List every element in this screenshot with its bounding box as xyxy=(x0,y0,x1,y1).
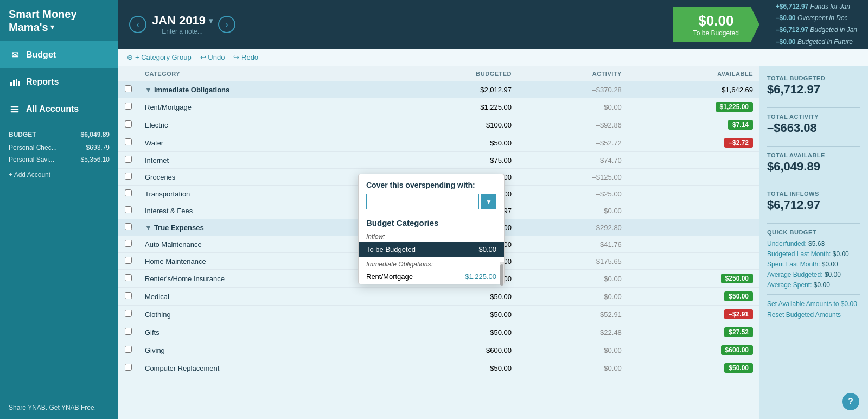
budget-section-label: BUDGET xyxy=(9,131,36,138)
cat-checkbox[interactable] xyxy=(125,310,132,317)
table-row[interactable]: Rent/Mortgage $1,225.00 $0.00 $1,225.00 xyxy=(118,98,760,116)
cat-name: Groceries xyxy=(138,169,392,186)
qb-spent-last[interactable]: Spent Last Month: $0.00 xyxy=(767,261,860,268)
reset-budgeted-action[interactable]: Reset Budgeted Amounts xyxy=(767,311,860,319)
cat-activity: –$74.70 xyxy=(518,152,628,169)
table-row[interactable]: Giving $600.00 $0.00 $600.00 xyxy=(118,341,760,359)
help-button[interactable]: ? xyxy=(842,393,859,410)
group-name-immediate: Immediate Obligations xyxy=(154,86,229,94)
cat-checkbox[interactable] xyxy=(125,173,132,180)
sidebar: Smart Money Mama's ▾ ✉ Budget Reports Al… xyxy=(0,0,118,419)
cover-rent-option[interactable]: Rent/Mortgage $1,225.00 xyxy=(359,269,504,284)
total-activity-label: TOTAL ACTIVITY xyxy=(767,113,860,120)
to-budget-box[interactable]: $0.00 To be Budgeted xyxy=(673,7,760,42)
month-text: JAN 2019 xyxy=(152,14,206,28)
group-available-true xyxy=(628,219,760,236)
cover-inflow-item[interactable]: To be Budgeted $0.00 xyxy=(359,242,504,257)
account-item-checking[interactable]: Personal Chec... $693.79 xyxy=(9,142,110,154)
cat-checkbox[interactable] xyxy=(125,292,132,299)
table-row[interactable]: Water $50.00 –$52.72 –$2.72 xyxy=(118,134,760,152)
qb-avg-spent[interactable]: Average Spent: $0.00 xyxy=(767,281,860,289)
table-row[interactable]: Computer Replacement $50.00 $0.00 $50.00 xyxy=(118,359,760,377)
cat-available xyxy=(628,202,760,219)
group-activity-true: –$292.80 xyxy=(518,219,628,236)
month-nav: ‹ JAN 2019 ▾ Enter a note... › xyxy=(129,14,235,35)
cat-checkbox[interactable] xyxy=(125,156,132,163)
cover-inflow-amount: $0.00 xyxy=(478,245,496,253)
share-promo-text: Share YNAB. Get YNAB Free. xyxy=(9,404,96,411)
set-available-action[interactable]: Set Available Amounts to $0.00 xyxy=(767,300,860,308)
account-item-savings[interactable]: Personal Savi... $5,356.10 xyxy=(9,154,110,166)
cat-budgeted: $600.00 xyxy=(392,341,518,359)
cat-checkbox[interactable] xyxy=(125,120,132,128)
account-savings-name: Personal Savi... xyxy=(9,156,54,163)
table-row[interactable]: Medical $50.00 $0.00 $50.00 xyxy=(118,288,760,306)
svg-rect-6 xyxy=(11,111,18,113)
qb-budgeted-last[interactable]: Budgeted Last Month: $0.00 xyxy=(767,250,860,258)
app-title-dropdown[interactable]: ▾ xyxy=(50,23,54,31)
cat-budgeted: $50.00 xyxy=(392,359,518,377)
total-budgeted-value: $6,712.97 xyxy=(767,82,860,97)
group-row-immediate[interactable]: ▼Immediate Obligations $2,012.97 –$370.2… xyxy=(118,81,760,98)
cat-available xyxy=(628,152,760,169)
to-budget-amount: $0.00 xyxy=(684,12,749,29)
group-checkbox-immediate[interactable] xyxy=(125,85,132,92)
col-available: AVAILABLE xyxy=(628,66,760,81)
cat-checkbox[interactable] xyxy=(125,103,132,110)
cat-checkbox[interactable] xyxy=(125,257,132,264)
add-account-button[interactable]: + Add Account xyxy=(9,171,110,179)
summary-line-2: –$0.00 Overspent in Dec xyxy=(776,12,857,24)
cat-activity: $0.00 xyxy=(518,341,628,359)
table-row[interactable]: Electric $100.00 –$92.86 $7.14 xyxy=(118,116,760,134)
cat-activity: $0.00 xyxy=(518,270,628,288)
cover-dialog-input[interactable] xyxy=(366,194,479,210)
qb-avg-budgeted[interactable]: Average Budgeted: $0.00 xyxy=(767,271,860,278)
sidebar-item-budget[interactable]: ✉ Budget xyxy=(0,41,118,68)
cat-name: Clothing xyxy=(138,306,392,323)
group-name-true: True Expenses xyxy=(154,224,204,232)
scrollbar-track[interactable] xyxy=(500,262,504,284)
cat-checkbox[interactable] xyxy=(125,138,132,145)
share-promo[interactable]: Share YNAB. Get YNAB Free. xyxy=(0,396,118,419)
group-checkbox-true[interactable] xyxy=(125,223,132,230)
cat-checkbox[interactable] xyxy=(125,328,132,335)
table-row[interactable]: Internet $75.00 –$74.70 xyxy=(118,152,760,169)
summary-line-1: +$6,712.97 Funds for Jan xyxy=(776,1,857,13)
cover-dialog-dropdown-btn[interactable]: ▼ xyxy=(481,194,496,210)
sidebar-item-reports[interactable]: Reports xyxy=(0,68,118,96)
cat-checkbox[interactable] xyxy=(125,240,132,247)
cat-checkbox[interactable] xyxy=(125,274,132,281)
month-dropdown-arrow[interactable]: ▾ xyxy=(209,16,213,25)
svg-rect-2 xyxy=(16,79,17,86)
cat-available: $1,225.00 xyxy=(628,98,760,116)
cat-checkbox[interactable] xyxy=(125,206,132,213)
cat-available xyxy=(628,253,760,270)
month-note-input[interactable]: Enter a note... xyxy=(152,28,213,35)
app-title[interactable]: Smart Money Mama's ▾ xyxy=(0,0,118,41)
cat-checkbox[interactable] xyxy=(125,189,132,196)
cat-budgeted: $50.00 xyxy=(392,323,518,341)
right-panel: TOTAL BUDGETED $6,712.97 TOTAL ACTIVITY … xyxy=(760,66,868,419)
cat-checkbox[interactable] xyxy=(125,364,132,371)
next-month-button[interactable]: › xyxy=(218,16,235,33)
divider-1 xyxy=(767,107,860,108)
table-row[interactable]: Gifts $50.00 –$22.48 $27.52 xyxy=(118,323,760,341)
table-row[interactable]: Clothing $50.00 –$52.91 –$2.91 xyxy=(118,306,760,323)
prev-month-button[interactable]: ‹ xyxy=(129,16,146,33)
cat-available: $250.00 xyxy=(628,270,760,288)
divider-3 xyxy=(767,185,860,185)
cat-checkbox[interactable] xyxy=(125,346,132,353)
sidebar-item-budget-label: Budget xyxy=(26,50,56,60)
cat-activity: $0.00 xyxy=(518,98,628,116)
cat-name: Giving xyxy=(138,341,392,359)
undo-button[interactable]: ↩ Undo xyxy=(200,53,225,61)
sidebar-item-all-accounts[interactable]: All Accounts xyxy=(0,96,118,123)
month-label: JAN 2019 ▾ Enter a note... xyxy=(152,14,213,35)
cat-available: $600.00 xyxy=(628,341,760,359)
category-group-label: + Category Group xyxy=(135,53,192,61)
category-group-button[interactable]: ⊕ + Category Group xyxy=(127,53,192,61)
qb-underfunded[interactable]: Underfunded: $5.63 xyxy=(767,240,860,247)
redo-button[interactable]: ↪ Redo xyxy=(233,53,258,61)
total-available-value: $6,049.89 xyxy=(767,160,860,174)
cover-inflow-name: To be Budgeted xyxy=(366,245,416,253)
